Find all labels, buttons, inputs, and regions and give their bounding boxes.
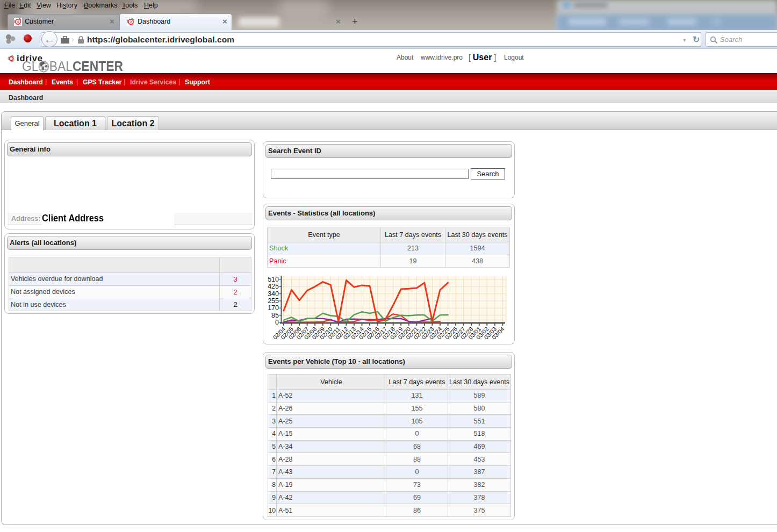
svg-text:170: 170 (268, 304, 279, 312)
svg-text:510: 510 (268, 276, 279, 283)
svg-text:0: 0 (275, 319, 279, 326)
svg-text:425: 425 (268, 283, 279, 290)
svg-text:340: 340 (268, 290, 279, 298)
svg-text:85: 85 (271, 312, 279, 319)
svg-text:255: 255 (268, 297, 279, 305)
